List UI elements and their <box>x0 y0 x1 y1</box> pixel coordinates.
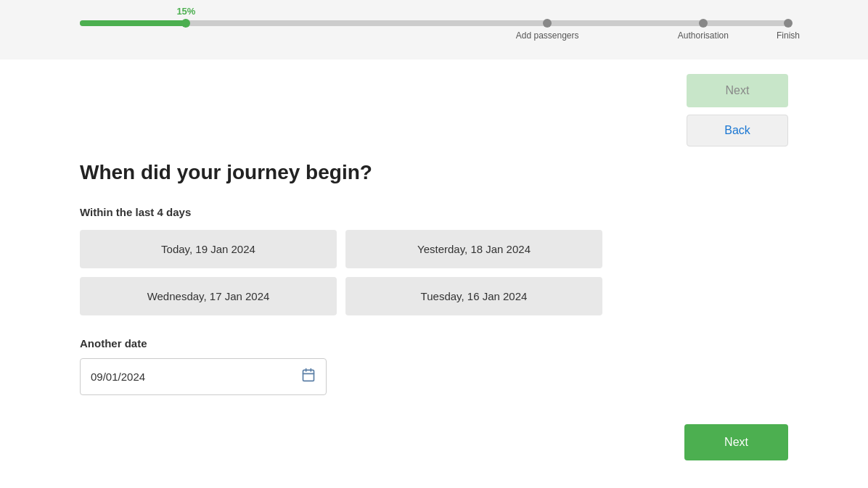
date-input-wrapper <box>80 358 327 395</box>
page-title: When did your journey begin? <box>80 161 788 184</box>
progress-dot-authorisation <box>699 19 708 28</box>
progress-bar: 15% <box>80 20 788 26</box>
progress-section: 15% Add passengers Authorisation Finish <box>0 0 868 59</box>
step-labels: Add passengers Authorisation Finish <box>80 30 788 45</box>
progress-dot-current <box>181 19 190 28</box>
progress-percent: 15% <box>176 6 195 17</box>
progress-dot-finish <box>784 19 793 28</box>
next-button-bottom[interactable]: Next <box>684 424 788 460</box>
another-date-label: Another date <box>80 337 788 350</box>
progress-fill <box>80 20 186 26</box>
calendar-icon[interactable] <box>301 368 316 386</box>
next-button-top[interactable]: Next <box>687 74 788 107</box>
date-input[interactable] <box>91 371 301 383</box>
main-content: Next Back When did your journey begin? W… <box>0 59 868 475</box>
date-option-tuesday[interactable]: Tuesday, 16 Jan 2024 <box>345 277 602 315</box>
page-wrapper: 15% Add passengers Authorisation Finish … <box>0 0 868 488</box>
back-button[interactable]: Back <box>687 115 788 146</box>
top-buttons-area: Next Back <box>80 74 788 146</box>
date-option-today[interactable]: Today, 19 Jan 2024 <box>80 230 337 268</box>
svg-rect-0 <box>303 370 314 381</box>
date-options-grid: Today, 19 Jan 2024 Yesterday, 18 Jan 202… <box>80 230 602 315</box>
bottom-buttons-area: Next <box>80 424 788 460</box>
step-label-add-passengers: Add passengers <box>516 30 579 41</box>
step-label-authorisation: Authorisation <box>678 30 729 41</box>
date-option-wednesday[interactable]: Wednesday, 17 Jan 2024 <box>80 277 337 315</box>
date-option-yesterday[interactable]: Yesterday, 18 Jan 2024 <box>345 230 602 268</box>
step-label-finish: Finish <box>777 30 800 41</box>
within-label: Within the last 4 days <box>80 206 788 218</box>
progress-dot-passengers <box>543 19 552 28</box>
